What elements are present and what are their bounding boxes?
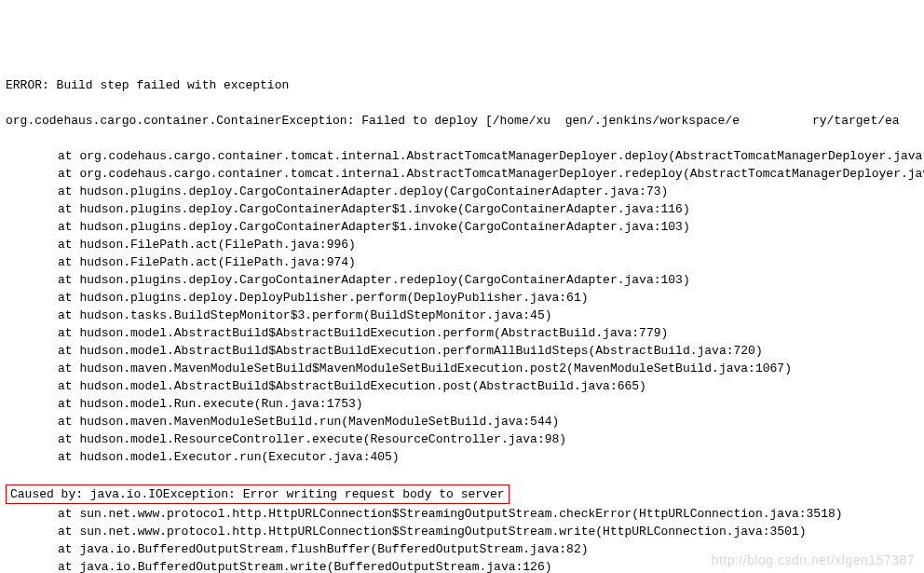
exception-mid2: ry/target/ea [812,114,900,128]
exception-mid1: gen/.jenkins/workspace/e [565,114,740,128]
stack-frame: at hudson.maven.MavenModuleSetBuild.run(… [58,413,918,430]
stack-frame: at hudson.plugins.deploy.CargoContainerA… [58,200,918,218]
stack-frame: at hudson.plugins.deploy.CargoContainerA… [58,183,918,200]
stack-frame: at hudson.plugins.deploy.CargoContainerA… [58,218,918,236]
stack-frame: at org.codehaus.cargo.container.tomcat.i… [58,165,918,183]
stack-frame: at hudson.model.ResourceController.execu… [58,430,918,448]
error-header: ERROR: Build step failed with exception [6,76,918,94]
stack-frame: at hudson.model.AbstractBuild$AbstractBu… [58,342,918,360]
redacted-text: xxxxxxxxxx [740,112,812,130]
exception-prefix: org.codehaus.cargo.container.ContainerEx… [6,114,550,128]
stack-trace-1: at org.codehaus.cargo.container.tomcat.i… [6,147,918,466]
stack-frame: at hudson.model.AbstractBuild$AbstractBu… [58,324,918,342]
stack-frame: at hudson.maven.MavenModuleSetBuild$Mave… [58,360,918,377]
redacted-text: xxxxxxxxx [900,112,924,130]
stack-frame: at org.codehaus.cargo.container.tomcat.i… [58,147,918,165]
stack-frame: at hudson.model.Executor.run(Executor.ja… [58,448,918,466]
stack-frame: at hudson.FilePath.act(FilePath.java:974… [58,253,918,271]
stack-frame: at hudson.plugins.deploy.DeployPublisher… [58,289,918,307]
stack-frame: at hudson.plugins.deploy.CargoContainerA… [58,271,918,289]
container-exception: org.codehaus.cargo.container.ContainerEx… [6,112,918,130]
stack-frame: at hudson.model.AbstractBuild$AbstractBu… [58,377,918,395]
stack-frame: at sun.net.www.protocol.http.HttpURLConn… [58,505,918,523]
stack-frame: at hudson.model.Run.execute(Run.java:175… [58,395,918,413]
stack-frame: at hudson.FilePath.act(FilePath.java:996… [58,236,918,253]
redacted-text: xx [550,112,565,130]
caused-by-highlight: Caused by: java.io.IOException: Error wr… [6,484,510,504]
stack-frame: at hudson.tasks.BuildStepMonitor$3.perfo… [58,307,918,324]
stack-frame: at sun.net.www.protocol.http.HttpURLConn… [58,523,918,540]
watermark: http://blog.csdn.net/xlgen157387 [712,552,915,569]
